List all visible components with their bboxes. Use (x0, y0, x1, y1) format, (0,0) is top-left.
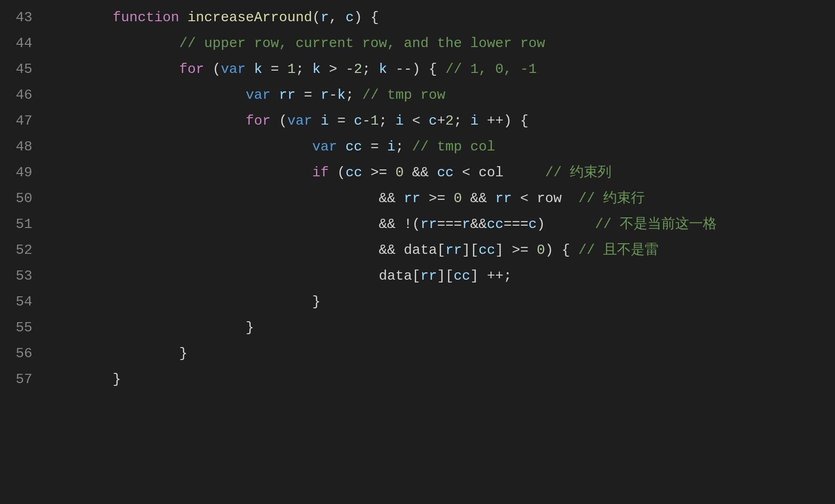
token-param: c (354, 113, 362, 129)
token-punct: ) (537, 216, 595, 232)
token-param: cc (454, 268, 470, 284)
token-param: c (429, 113, 437, 129)
token-punct: ( (279, 113, 287, 129)
token-storage: var (246, 87, 279, 103)
token-punct (503, 165, 545, 180)
token-op: ] >= (495, 242, 537, 258)
token-comment: // 1, 0, -1 (445, 61, 537, 77)
token-op: >= (362, 165, 395, 180)
token-op: === (503, 216, 528, 232)
code-line[interactable]: var rr = r-k; // tmp row (46, 82, 835, 108)
code-editor[interactable]: 434445464748495051525354555657 function … (0, 0, 835, 504)
token-punct: [ (412, 268, 420, 284)
token-storage: var (287, 113, 321, 129)
token-comment: // 约束列 (545, 165, 611, 180)
token-op: < (404, 113, 429, 129)
token-num: 2 (445, 113, 454, 129)
token-param: r (321, 87, 329, 103)
token-param: c (528, 216, 537, 232)
token-param: k (379, 61, 387, 77)
token-storage: var (221, 61, 254, 77)
token-op: - (362, 113, 370, 129)
code-line[interactable]: && rr >= 0 && rr < row // 约束行 (46, 186, 835, 211)
token-op: >= (420, 191, 454, 206)
token-punct: } (113, 372, 121, 387)
token-param: cc (345, 139, 362, 155)
token-comment: // tmp col (412, 139, 495, 155)
line-number: 50 (0, 186, 32, 211)
code-line[interactable]: && !(rr===r&&cc===c) // 不是当前这一格 (46, 211, 835, 237)
token-func: increaseArround (188, 10, 312, 25)
code-area[interactable]: function increaseArround(r, c) { // uppe… (46, 5, 835, 504)
token-op: && (462, 191, 495, 206)
token-op: = (262, 61, 287, 77)
line-number: 46 (0, 82, 32, 108)
token-comment: // 约束行 (578, 191, 645, 206)
token-punct: ++) { (478, 113, 528, 129)
code-line[interactable]: } (46, 315, 835, 341)
line-number: 57 (0, 366, 32, 392)
token-punct: [ (437, 242, 445, 258)
token-param: i (387, 139, 395, 155)
token-comment: // tmp row (362, 87, 445, 103)
line-number: 56 (0, 341, 32, 366)
token-op: = (329, 113, 354, 129)
code-line[interactable]: for (var k = 1; k > -2; k --) { // 1, 0,… (46, 56, 835, 82)
token-punct: ( (212, 61, 221, 77)
code-line[interactable]: } (46, 289, 835, 315)
line-number: 49 (0, 160, 32, 186)
token-punct: --) { (387, 61, 445, 77)
token-param: rr (420, 268, 437, 284)
line-number: 48 (0, 134, 32, 160)
token-punct: , (329, 10, 345, 25)
token-comment: // 不是当前这一格 (595, 216, 717, 232)
token-punct: } (312, 294, 321, 310)
token-param: r (321, 10, 329, 25)
token-punct: ; (395, 139, 412, 155)
token-punct: ] ++; (470, 268, 512, 284)
token-punct: ][ (462, 242, 478, 258)
token-keyword: for (179, 61, 212, 77)
code-line[interactable]: && data[rr][cc] >= 0) { // 且不是雷 (46, 237, 835, 263)
token-keyword: if (312, 165, 337, 180)
token-param: k (337, 87, 345, 103)
token-punct: ; (379, 113, 395, 129)
token-keyword: function (113, 10, 188, 25)
token-comment: // 且不是雷 (578, 242, 659, 258)
line-number: 54 (0, 289, 32, 315)
code-line[interactable]: data[rr][cc] ++; (46, 263, 835, 289)
token-param: c (345, 10, 354, 25)
token-num: 2 (354, 61, 362, 77)
token-num: 0 (395, 165, 404, 180)
code-line[interactable]: } (46, 366, 835, 392)
token-param: cc (345, 165, 362, 180)
line-number: 44 (0, 30, 32, 56)
token-keyword: for (246, 113, 279, 129)
token-op: && (379, 242, 404, 258)
token-param: k (254, 61, 262, 77)
line-number: 51 (0, 211, 32, 237)
code-line[interactable]: if (cc >= 0 && cc < col // 约束列 (46, 160, 835, 186)
token-param: k (312, 61, 321, 77)
code-line[interactable]: for (var i = c-1; i < c+2; i ++) { (46, 108, 835, 134)
code-line[interactable]: } (46, 341, 835, 366)
token-param: rr (420, 216, 437, 232)
line-number: 53 (0, 263, 32, 289)
token-ident: row (537, 191, 562, 206)
line-number: 43 (0, 5, 32, 30)
code-line[interactable]: function increaseArround(r, c) { (46, 5, 835, 30)
token-punct: ) { (354, 10, 379, 25)
token-punct: ; (362, 61, 379, 77)
token-op: < (512, 191, 537, 206)
token-punct: ) { (545, 242, 578, 258)
token-punct (562, 191, 578, 206)
token-op: && (470, 216, 487, 232)
token-ident: col (478, 165, 503, 180)
token-op: - (329, 87, 337, 103)
code-line[interactable]: var cc = i; // tmp col (46, 134, 835, 160)
token-param: cc (437, 165, 454, 180)
token-param: cc (487, 216, 503, 232)
token-param: i (395, 113, 404, 129)
code-line[interactable]: // upper row, current row, and the lower… (46, 30, 835, 56)
token-param: r (462, 216, 470, 232)
